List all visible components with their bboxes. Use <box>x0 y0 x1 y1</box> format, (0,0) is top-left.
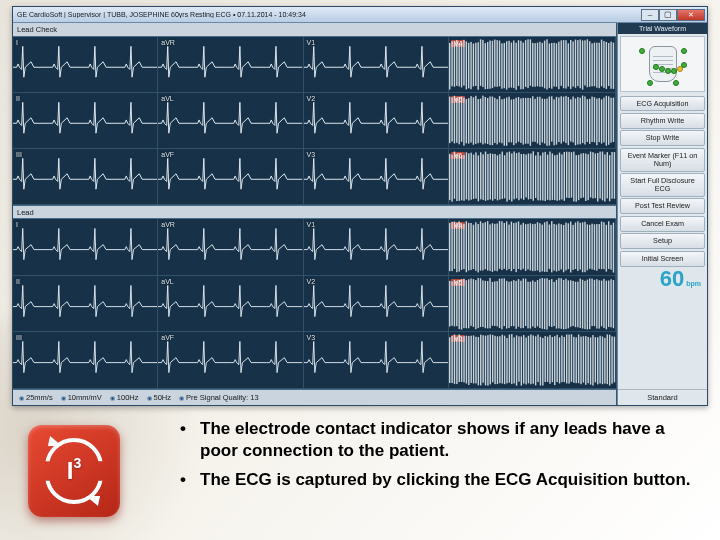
svg-rect-342 <box>596 279 597 328</box>
heart-rate: 60 bpm <box>618 268 707 292</box>
minimize-button[interactable]: – <box>641 9 659 21</box>
sidebar-button[interactable]: ECG Acquisition <box>620 96 705 112</box>
svg-rect-65 <box>603 41 604 88</box>
svg-rect-306 <box>511 281 512 326</box>
svg-rect-145 <box>461 155 462 200</box>
sidebar-button[interactable]: Setup <box>620 233 705 249</box>
svg-rect-82 <box>477 99 478 143</box>
svg-rect-385 <box>532 336 533 384</box>
svg-rect-14 <box>482 40 483 87</box>
ecg-cell: I <box>13 219 158 276</box>
svg-rect-260 <box>568 223 569 269</box>
svg-rect-150 <box>473 155 474 199</box>
svg-rect-146 <box>463 155 464 201</box>
ecg-cell: V2 <box>304 276 449 333</box>
svg-rect-409 <box>590 338 591 385</box>
svg-rect-373 <box>504 336 505 385</box>
svg-rect-187 <box>561 154 562 199</box>
svg-rect-186 <box>559 153 560 201</box>
svg-rect-320 <box>544 278 545 329</box>
leadcheck-bar: Lead Check <box>13 23 616 37</box>
ecg-cell: aVR <box>158 37 303 93</box>
svg-rect-1 <box>451 41 452 86</box>
sidebar-button[interactable]: Initial Screen <box>620 251 705 267</box>
svg-rect-219 <box>470 223 471 270</box>
svg-rect-323 <box>551 279 552 327</box>
svg-rect-220 <box>473 225 474 269</box>
svg-rect-241 <box>522 223 523 269</box>
svg-rect-360 <box>473 336 474 384</box>
svg-rect-125 <box>579 98 580 145</box>
svg-rect-85 <box>484 97 485 143</box>
ecg-cell: aVL <box>158 93 303 149</box>
ecg-cell: V5 <box>449 276 616 333</box>
svg-rect-45 <box>556 43 557 86</box>
svg-rect-35 <box>532 43 533 87</box>
svg-rect-313 <box>527 281 528 328</box>
svg-rect-154 <box>482 154 483 200</box>
sidebar-button[interactable]: Cancel Exam <box>620 216 705 232</box>
svg-rect-225 <box>484 222 485 269</box>
svg-rect-74 <box>458 99 459 144</box>
svg-rect-88 <box>492 97 493 146</box>
svg-rect-170 <box>521 154 522 199</box>
svg-rect-136 <box>606 96 607 146</box>
svg-rect-416 <box>606 335 607 385</box>
ecg-app-window: GE CardioSoft | Supervisor | TUBB, JOSEP… <box>12 6 708 406</box>
sidebar-button[interactable]: Event Marker (F11 on Num) <box>620 148 705 172</box>
svg-rect-151 <box>475 152 476 198</box>
window-controls: – ▢ <box>641 9 705 21</box>
svg-rect-273 <box>598 224 599 269</box>
ecg-cell: I <box>13 37 158 93</box>
svg-rect-280 <box>449 281 450 327</box>
svg-rect-161 <box>499 154 500 200</box>
svg-rect-332 <box>572 281 573 326</box>
svg-rect-19 <box>494 40 495 87</box>
svg-rect-369 <box>494 336 495 384</box>
sidebar-button[interactable]: Post Test Review <box>620 198 705 214</box>
svg-rect-270 <box>591 224 592 270</box>
svg-rect-281 <box>451 281 452 325</box>
svg-rect-169 <box>518 152 519 200</box>
svg-rect-317 <box>537 280 538 326</box>
svg-rect-109 <box>541 99 542 143</box>
sidebar-button[interactable]: Start Full Disclosure ECG <box>620 173 705 197</box>
maximize-button[interactable]: ▢ <box>659 9 677 21</box>
svg-rect-163 <box>504 155 505 198</box>
svg-rect-192 <box>573 152 574 202</box>
sidebar-button[interactable]: Stop Write <box>620 130 705 146</box>
svg-rect-368 <box>492 335 493 382</box>
svg-rect-131 <box>594 97 595 142</box>
sidebar-footer: Standard <box>618 389 707 405</box>
svg-rect-327 <box>560 278 561 329</box>
svg-rect-353 <box>456 338 457 385</box>
i3-badge: I3 <box>28 425 120 517</box>
svg-rect-104 <box>530 98 531 146</box>
svg-rect-376 <box>511 334 512 384</box>
svg-rect-188 <box>563 152 564 201</box>
svg-rect-259 <box>565 223 566 271</box>
svg-rect-80 <box>473 97 474 145</box>
svg-rect-366 <box>487 336 488 386</box>
svg-rect-294 <box>482 280 483 327</box>
svg-rect-107 <box>537 97 538 144</box>
svg-rect-207 <box>609 155 610 201</box>
svg-rect-117 <box>560 96 561 143</box>
statusbar-item: Pre Signal Quality: 13 <box>179 393 259 402</box>
svg-rect-166 <box>511 153 512 201</box>
svg-rect-79 <box>470 96 471 142</box>
svg-rect-275 <box>603 222 604 269</box>
svg-rect-231 <box>499 221 500 269</box>
sidebar-button[interactable]: Rhythm Write <box>620 113 705 129</box>
svg-rect-411 <box>595 338 596 383</box>
svg-rect-130 <box>591 97 592 142</box>
svg-rect-394 <box>554 336 555 385</box>
close-button[interactable] <box>677 9 705 21</box>
svg-rect-349 <box>613 280 614 328</box>
svg-rect-75 <box>461 97 462 142</box>
svg-rect-40 <box>544 41 545 89</box>
svg-rect-55 <box>579 39 580 88</box>
svg-rect-206 <box>606 152 607 198</box>
svg-rect-171 <box>523 154 524 200</box>
svg-rect-143 <box>456 154 457 201</box>
